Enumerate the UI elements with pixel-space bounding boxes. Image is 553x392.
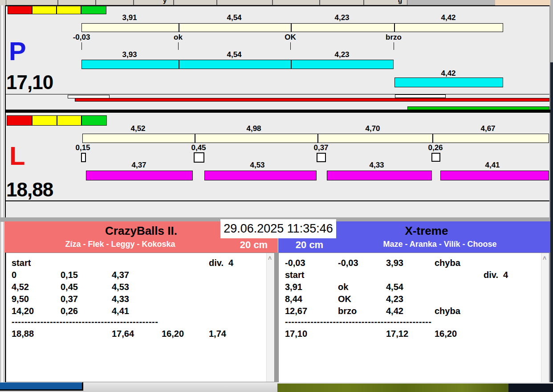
log-cell: 4,41 [112, 306, 129, 316]
video-feed-dark [508, 384, 553, 392]
log-total: 16,20 [435, 329, 457, 339]
toolbar-button[interactable]: y [134, 0, 174, 5]
team-right-name: X-treme [303, 224, 550, 238]
p-tick-label-1: -0,03 [64, 33, 99, 42]
l-lane-total: 18,88 [6, 179, 53, 201]
toolbar-button[interactable] [96, 0, 134, 5]
status-square-green [81, 115, 107, 126]
toolbar-glyph: g [398, 0, 402, 4]
l-run-bar-3 [327, 171, 432, 180]
l-split-label-3: 4,70 [355, 124, 390, 133]
team-right-log-panel: -0,03 -0,03 3,93 chyba start div. 4 3,91… [278, 253, 549, 383]
right-window-edge-top [550, 0, 553, 62]
p-tick-label-2: ok [160, 33, 196, 42]
log-cell: 0,37 [61, 294, 78, 304]
toolbar-button[interactable] [174, 0, 217, 5]
l-run-bar-2 [204, 171, 317, 180]
p-split-label-2: 4,54 [216, 13, 252, 22]
scroll-up-icon[interactable]: ˄ [268, 255, 272, 262]
status-square-red [8, 6, 32, 14]
log-cell: 4,42 [386, 306, 403, 316]
toolbar-glyph: y [163, 0, 167, 4]
log-header-start: start [12, 258, 31, 268]
p-tick-mark [394, 42, 394, 50]
log-cell: 4,52 [12, 282, 29, 292]
p-run-extra-label: 4,42 [431, 69, 466, 78]
p-run-bar-extra [394, 78, 503, 87]
status-square-yellow [32, 115, 57, 126]
p-tick-mark [81, 42, 82, 50]
log-cell: 3,91 [285, 282, 302, 292]
toolbar-button[interactable] [320, 0, 364, 5]
p-lane-total: 17,10 [6, 71, 53, 94]
log-header-div: div. 4 [209, 258, 233, 268]
toolbar-button[interactable] [217, 0, 272, 5]
p-run-bar [81, 60, 394, 69]
l-checkbox-1[interactable] [81, 153, 86, 162]
toolbar: y g [0, 0, 553, 5]
p-lane-letter: P [9, 38, 26, 64]
l-run-label-3: 4,33 [359, 161, 394, 170]
log-divider: ----------------------------------------… [285, 317, 431, 327]
log-cell: ok [338, 282, 348, 292]
log-header-start: start [285, 270, 304, 280]
l-tick-label-4: 0,26 [418, 143, 453, 152]
scroll-up-icon[interactable]: ˄ [543, 255, 546, 262]
p-split-label-3: 4,23 [324, 13, 360, 22]
log-cell: 0,45 [61, 282, 78, 292]
l-checkbox-3[interactable] [317, 153, 326, 162]
lane-p-panel: 3,91 4,54 4,23 4,42 -0,03 ok OK brzo 3,9… [6, 6, 549, 110]
log-cell: 4,33 [112, 294, 129, 304]
log-cell: -0,03 [338, 258, 358, 268]
toolbar-button[interactable]: g [364, 0, 407, 5]
log-cell: 4,53 [112, 282, 129, 292]
status-square-yellow [57, 115, 81, 126]
log-cell: chyba [435, 306, 460, 316]
lane-divider [6, 110, 550, 113]
log-cell: -0,03 [285, 258, 305, 268]
l-checkbox-2[interactable] [194, 152, 204, 163]
l-lane-letter: L [9, 143, 25, 169]
log-total: 17,64 [112, 329, 134, 339]
spacer-strip [6, 201, 549, 217]
p-tick-mark [178, 42, 179, 50]
datetime-display: 29.06.2025 11:35:46 [220, 219, 336, 238]
team-left-log-panel: start div. 4 0 0,15 4,37 4,52 0,45 4,53 … [6, 253, 275, 382]
l-checkbox-4[interactable] [431, 153, 440, 162]
p-progress-red [75, 98, 549, 102]
log-cell: 4,37 [112, 270, 129, 280]
log-cell: OK [338, 294, 351, 304]
log-cell: chyba [435, 258, 460, 268]
scrollbar[interactable]: ˄ [266, 253, 274, 382]
app-window: y g 3,91 4,54 4,23 4,42 [0, 0, 553, 392]
log-total: 1,74 [209, 329, 226, 339]
l-tick-label-2: 0,45 [181, 143, 216, 152]
l-run-label-1: 4,37 [121, 161, 157, 170]
status-square-yellow [32, 6, 57, 14]
l-run-label-4: 4,41 [475, 161, 510, 170]
toolbar-button[interactable] [6, 0, 58, 5]
p-split-label-1: 3,91 [112, 13, 147, 22]
p-tick-label-4: brzo [376, 33, 411, 42]
log-cell: 0,15 [61, 270, 78, 280]
lane-l-panel: 4,52 4,98 4,70 4,67 0,15 0,45 0,37 0,26 … [6, 113, 549, 200]
taskbar-blue-bar[interactable] [0, 382, 83, 391]
toolbar-button[interactable] [272, 0, 320, 5]
log-total: 17,12 [386, 329, 408, 339]
log-total: 16,20 [162, 329, 184, 339]
scrollbar[interactable]: ˄ [541, 253, 549, 382]
log-total: 18,88 [12, 329, 34, 339]
log-total: 17,10 [285, 329, 307, 339]
l-tick-label-1: 0,15 [65, 143, 101, 152]
l-run-bar-1 [86, 171, 193, 180]
p-run-label-3: 4,23 [324, 50, 360, 59]
l-tick-label-3: 0,37 [303, 143, 339, 152]
toolbar-button[interactable] [58, 0, 96, 5]
p-progress-white-2 [395, 94, 446, 98]
p-tick-label-3: OK [272, 33, 308, 42]
log-cell: 8,44 [285, 294, 302, 304]
l-split-bar [82, 134, 549, 143]
log-cell: 14,20 [12, 306, 34, 316]
team-left-members: Zíza - Flek - Leggy - Kokoska [4, 240, 236, 249]
status-square-red [7, 115, 32, 126]
